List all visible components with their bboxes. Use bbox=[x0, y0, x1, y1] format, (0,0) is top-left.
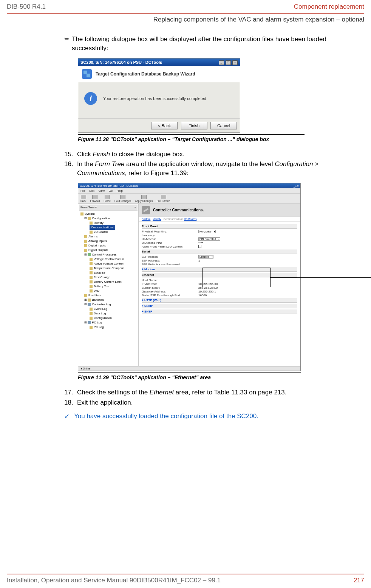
dialog-banner: Target Configuration Database Backup Wiz… bbox=[78, 66, 240, 82]
step-17: 17. Check the settings of the Ethernet a… bbox=[64, 388, 364, 397]
tree-configuration[interactable]: ⊟ Configuration bbox=[79, 216, 138, 221]
window-buttons: _ □ × bbox=[218, 60, 238, 65]
toolbar-fullscreen[interactable]: Full Screen bbox=[157, 195, 170, 202]
tree-pc-log[interactable]: ⊟ PC Log bbox=[79, 320, 138, 325]
breadcrumb: System Identity Communications I/O Board… bbox=[139, 217, 300, 222]
wrench-icon bbox=[142, 206, 150, 214]
tree-lvd[interactable]: LVD bbox=[79, 289, 138, 293]
menu-go[interactable]: Go bbox=[109, 189, 113, 192]
step-number: 17. bbox=[64, 388, 77, 397]
backup-wizard-dialog: SC200, S/N: 145796104 on PSU - DCTools _… bbox=[78, 58, 240, 133]
toolbar-forward[interactable]: Forward bbox=[90, 195, 100, 202]
info-icon: i bbox=[84, 92, 97, 105]
step-text: Check the settings of the Ethernet area,… bbox=[77, 388, 286, 397]
tree-batt-test[interactable]: Battery Test bbox=[79, 284, 138, 289]
crumb-identity[interactable]: Identity bbox=[153, 218, 161, 220]
s3p-port-value[interactable]: 16000 bbox=[198, 294, 207, 297]
tree-system[interactable]: System bbox=[79, 212, 138, 216]
tree-batt-current[interactable]: Battery Current Limit bbox=[79, 280, 138, 284]
tree-fast-charge[interactable]: Fast Charge bbox=[79, 275, 138, 280]
figure-11-39: SC200, S/N: 145796104 on PSU - DCTools _… bbox=[78, 183, 301, 371]
dialog-message: Your restore operation has been successf… bbox=[103, 96, 207, 101]
tree-io-boards[interactable]: I/O Boards bbox=[79, 230, 138, 234]
step-18: 18. Exit the application. bbox=[64, 398, 364, 407]
maximize-icon[interactable]: □ bbox=[226, 60, 231, 65]
back-button[interactable]: < Back bbox=[151, 122, 178, 129]
tree-identity[interactable]: Identity bbox=[79, 221, 138, 225]
forward-icon bbox=[92, 195, 97, 199]
tree-digital-outputs[interactable]: Digital Outputs bbox=[79, 248, 138, 252]
tree-temp-comp[interactable]: Temperature Compens bbox=[79, 266, 138, 271]
step-number: 16. bbox=[64, 160, 77, 178]
callout-line bbox=[271, 277, 371, 278]
sec-serial: Serial bbox=[142, 249, 297, 254]
apply-icon bbox=[141, 195, 147, 199]
menu-file[interactable]: File bbox=[80, 189, 85, 192]
sec-snmp[interactable]: + SNMP bbox=[142, 304, 297, 308]
crumb-system[interactable]: System bbox=[142, 218, 150, 220]
tree-batteries[interactable]: ⊞ Batteries bbox=[79, 298, 138, 302]
toolbar-back[interactable]: Back bbox=[80, 195, 87, 202]
hold-icon bbox=[120, 195, 125, 199]
success-line: ✓ You have successfully loaded the confi… bbox=[64, 413, 364, 420]
tree-equalise[interactable]: Equalise bbox=[79, 271, 138, 275]
tree-communications[interactable]: Communications bbox=[79, 225, 138, 230]
tree-pc-log-sub[interactable]: PC Log bbox=[79, 325, 138, 329]
tree-digital-inputs[interactable]: Digital Inputs bbox=[79, 243, 138, 248]
step-list-1: 15. Click Finish to close the dialogue b… bbox=[64, 150, 364, 178]
page-footer: Installation, Operation and Service Manu… bbox=[7, 574, 364, 584]
toolbar-apply[interactable]: Apply Changes bbox=[135, 195, 153, 202]
status-bar: ● Online bbox=[78, 366, 300, 371]
step-list-2: 17. Check the settings of the Ethernet a… bbox=[64, 388, 364, 407]
cancel-button[interactable]: Cancel bbox=[210, 122, 237, 129]
tree-close-icon[interactable]: × bbox=[134, 205, 136, 210]
sec-sntp[interactable]: + SNTP bbox=[142, 309, 297, 314]
finish-button[interactable]: Finish bbox=[181, 122, 207, 129]
crumb-io[interactable]: I/O Boards bbox=[184, 218, 196, 220]
step-number: 15. bbox=[64, 150, 77, 159]
menu-edit[interactable]: Edit bbox=[89, 189, 94, 192]
tree-avc[interactable]: Active Voltage Control bbox=[79, 262, 138, 266]
ui-pin-value[interactable]: **** bbox=[198, 241, 203, 245]
menu-help[interactable]: Help bbox=[117, 189, 123, 192]
close-icon[interactable]: × bbox=[297, 184, 299, 188]
toolbar-hold[interactable]: Hold Changes bbox=[114, 195, 131, 202]
fullscreen-icon bbox=[161, 195, 166, 199]
step-text: Click Finish to close the dialogue box. bbox=[77, 150, 184, 159]
header-subtitle: Replacing components of the VAC and alar… bbox=[0, 14, 371, 35]
tree-cfg-log[interactable]: Configuration bbox=[79, 316, 138, 320]
s3p-address-value[interactable]: 1 bbox=[198, 259, 200, 262]
footer-doc-id: Installation, Operation and Service Manu… bbox=[7, 577, 221, 584]
back-icon bbox=[81, 195, 86, 199]
tree-event-log[interactable]: Event Log bbox=[79, 307, 138, 311]
menu-view[interactable]: View bbox=[98, 189, 105, 192]
toolbar-home[interactable]: Home bbox=[104, 195, 111, 202]
lvd-checkbox[interactable] bbox=[198, 245, 201, 248]
s3p-access-select[interactable]: Enabled bbox=[198, 255, 213, 259]
page-header: DIB-500 R4.1 Component replacement bbox=[0, 0, 371, 12]
minimize-icon[interactable]: _ bbox=[219, 60, 224, 65]
home-icon bbox=[105, 195, 110, 199]
toolbar: Back Forward Home Hold Changes Apply Cha… bbox=[78, 194, 300, 204]
tree-voltage-control[interactable]: Voltage Control Summ bbox=[79, 257, 138, 262]
wizard-icon bbox=[82, 69, 92, 79]
arrow-icon: ➥ bbox=[64, 35, 72, 53]
physical-mounting-select[interactable]: Horizontal bbox=[198, 230, 216, 233]
tree-header: Form Tree ▾× bbox=[79, 205, 138, 211]
gateway-value[interactable]: 10.255.255.1 bbox=[198, 290, 216, 293]
close-icon[interactable]: × bbox=[232, 60, 238, 65]
sec-http[interactable]: + HTTP (Web) bbox=[142, 298, 297, 303]
dialog-body: i Your restore operation has been succes… bbox=[78, 82, 240, 119]
ui-access-select[interactable]: PIN Protected bbox=[198, 237, 220, 241]
app-titlebar: SC200, S/N: 145796104 on PSU - DCTools _… bbox=[78, 183, 300, 188]
tree-data-log[interactable]: Data Log bbox=[79, 311, 138, 316]
form-tree-panel: Form Tree ▾× System ⊟ Configuration Iden… bbox=[78, 204, 139, 366]
tree-alarms[interactable]: Alarms bbox=[79, 234, 138, 239]
callout-box bbox=[203, 268, 271, 287]
tree-rectifiers[interactable]: Rectifiers bbox=[79, 293, 138, 298]
step-text: Exit the application. bbox=[77, 398, 133, 407]
tree-controller-log[interactable]: ⊟ Controller Log bbox=[79, 302, 138, 307]
tree-analog-inputs[interactable]: Analog Inputs bbox=[79, 239, 138, 243]
tree-control-processes[interactable]: ⊟ Control Processes bbox=[79, 252, 138, 257]
header-section: Component replacement bbox=[294, 3, 364, 11]
